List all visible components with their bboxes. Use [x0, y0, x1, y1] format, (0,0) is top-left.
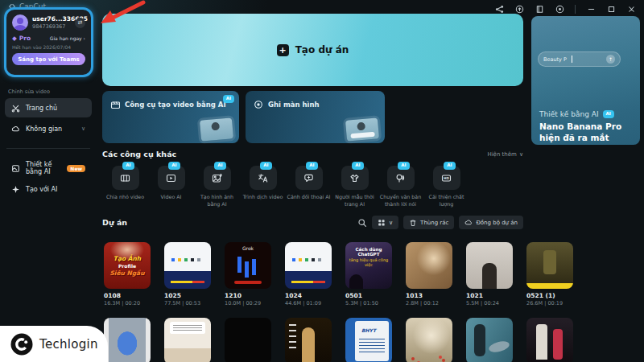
renew-link[interactable]: Gia hạn ngay › — [50, 35, 85, 41]
scissors-icon — [11, 104, 20, 113]
switch-account-icon[interactable]: ⇄ — [75, 18, 85, 28]
project-item[interactable]: 1024 44.6M | 01:09 — [285, 242, 332, 306]
sidebar: Chỉnh sửa video Trang chủ Không gian ∨ T… — [0, 84, 97, 200]
project-item[interactable] — [225, 318, 271, 362]
watermark-label: Techlogin — [39, 337, 98, 352]
sync-projects-button[interactable]: Đồng bộ dự án — [459, 216, 523, 229]
close-button[interactable] — [626, 4, 636, 14]
username: user76...336685 — [32, 15, 71, 23]
project-item[interactable]: 1025 77.5M | 00:53 — [164, 242, 211, 306]
project-name: 1210 — [225, 292, 271, 299]
techlogin-logo-icon — [10, 333, 33, 356]
view-mode-button[interactable]: ∨ — [372, 216, 398, 229]
expiry-label: Hết hạn vào 2026/07/04 — [12, 44, 85, 50]
profile-card[interactable]: user76...336685 9847369367 ⇄ ◆ Pro Gia h… — [4, 7, 93, 77]
grid-view-icon — [378, 219, 386, 227]
ai-design-promo-card[interactable]: Beauty P ↑ Thiết kế bằng AI AI Nano Bana… — [531, 16, 640, 145]
project-thumbnail — [406, 318, 452, 362]
project-item[interactable]: 1021 5.5M | 00:24 — [466, 242, 513, 306]
project-thumbnail — [285, 242, 332, 289]
project-thumbnail — [526, 318, 573, 362]
tool-video-ai[interactable]: AI Video AI — [148, 166, 194, 208]
project-item[interactable] — [466, 318, 513, 362]
tool-split-video[interactable]: AI Chia nhỏ video — [102, 166, 148, 208]
sidebar-item-create-with-ai[interactable]: Tạo với AI — [5, 179, 92, 199]
create-with-teams-button[interactable]: Sáng tạo với Teams — [12, 53, 85, 65]
project-item[interactable] — [164, 318, 211, 362]
project-name: 0108 — [104, 292, 151, 299]
projects-header: Dự án ∨ Thùng rác Đồng bộ dự án — [102, 216, 523, 229]
project-item[interactable]: Tạo Ảnh Profile Siêu Ngầu 0108 16.3M | 0… — [104, 242, 151, 306]
sidebar-item-spaces[interactable]: Không gian ∨ — [5, 119, 92, 138]
project-stats: 77.5M | 00:53 — [164, 300, 211, 306]
project-item[interactable] — [406, 318, 452, 362]
project-name: 1021 — [466, 292, 513, 299]
card-thumbnail — [345, 117, 379, 141]
project-thumbnail — [466, 242, 513, 289]
tool-enhance-quality[interactable]: AI HD Cải thiện chất lượng — [423, 166, 469, 208]
project-item[interactable]: 0521 (1) 26.6M | 00:19 — [526, 242, 573, 306]
project-item[interactable]: Cách dùng ChatGPT tăng hiệu quả công việ… — [345, 242, 392, 306]
capcut-window: CapCut user76...336685 98 — [0, 0, 644, 362]
tool-text-to-speech[interactable]: AI Chuyển văn bản thành lời nói — [378, 166, 423, 208]
trash-button[interactable]: Thùng rác — [403, 216, 454, 229]
project-stats: 5.5M | 00:24 — [466, 300, 513, 306]
chevron-down-icon: ∨ — [81, 125, 85, 132]
project-thumbnail: BHYT — [345, 318, 392, 362]
project-name: 1024 — [285, 292, 332, 299]
ai-video-tools-card[interactable]: Công cụ tạo video bằng AI AI — [102, 91, 239, 143]
project-name: 0501 — [345, 292, 392, 299]
project-item[interactable]: BHYT — [345, 318, 392, 362]
sidebar-item-home[interactable]: Trang chủ — [5, 98, 92, 117]
project-item[interactable] — [526, 318, 573, 362]
chevron-down-icon: ∨ — [389, 220, 393, 226]
trash-icon — [409, 219, 417, 227]
sparkle-icon — [11, 185, 20, 194]
tool-ai-dialogue[interactable]: AI Cảnh đối thoại AI — [286, 166, 332, 208]
tool-ai-fashion-model[interactable]: AI Người mẫu thời trang AI — [332, 166, 378, 208]
sidebar-divider — [6, 148, 90, 149]
minimize-button[interactable] — [586, 4, 596, 14]
project-stats: 44.6M | 01:09 — [285, 300, 332, 306]
project-thumbnail — [466, 318, 513, 362]
maximize-button[interactable] — [606, 4, 616, 14]
sidebar-item-ai-design[interactable]: Thiết kế bằng AI New — [5, 158, 92, 178]
upload-icon[interactable] — [514, 4, 524, 14]
record-icon[interactable] — [555, 4, 564, 14]
translate-icon — [258, 173, 268, 183]
send-icon[interactable]: ↑ — [606, 55, 615, 64]
project-item[interactable]: Grok 1210 10.0M | 00:29 — [225, 242, 271, 306]
tool-video-translate[interactable]: AI Trình dịch video — [240, 166, 286, 208]
plus-icon: + — [277, 44, 289, 56]
image-icon — [212, 173, 222, 183]
share-icon[interactable] — [494, 4, 504, 14]
prompt-input[interactable]: Beauty P ↑ — [538, 51, 621, 67]
project-stats: 16.3M | 00:20 — [104, 300, 151, 306]
tool-ai-image[interactable]: AI Tạo hình ảnh bằng AI — [194, 166, 240, 208]
project-thumbnail — [285, 318, 332, 362]
create-project-button[interactable]: + Tạo dự án — [102, 14, 523, 86]
projects-title: Dự án — [102, 218, 127, 227]
project-name: 0521 (1) — [526, 292, 573, 299]
project-item[interactable] — [104, 318, 151, 362]
avatar[interactable] — [12, 14, 28, 31]
project-stats: 2.8M | 00:12 — [406, 300, 452, 306]
gem-icon: ◆ — [12, 35, 17, 42]
search-icon[interactable] — [357, 218, 367, 228]
project-thumbnail — [406, 242, 452, 289]
cloud-sync-icon — [464, 219, 473, 227]
project-thumbnail — [225, 318, 271, 362]
sidebar-section-label: Chỉnh sửa video — [8, 88, 89, 95]
titlebar-divider — [575, 5, 576, 14]
guide-book-icon[interactable] — [535, 4, 544, 14]
project-item[interactable] — [285, 318, 332, 362]
dialogue-bubble-icon — [303, 173, 314, 183]
chevron-down-icon: ∨ — [519, 151, 523, 158]
show-more-button[interactable]: Hiện thêm∨ — [487, 151, 523, 158]
project-thumbnail: Tạo Ảnh Profile Siêu Ngầu — [104, 242, 151, 289]
screen-record-card[interactable]: Ghi màn hình — [246, 91, 385, 143]
project-thumbnail — [526, 242, 573, 289]
ai-badge: AI — [603, 110, 614, 118]
ai-badge: AI — [223, 95, 234, 103]
project-item[interactable]: 1013 2.8M | 00:12 — [406, 242, 452, 306]
